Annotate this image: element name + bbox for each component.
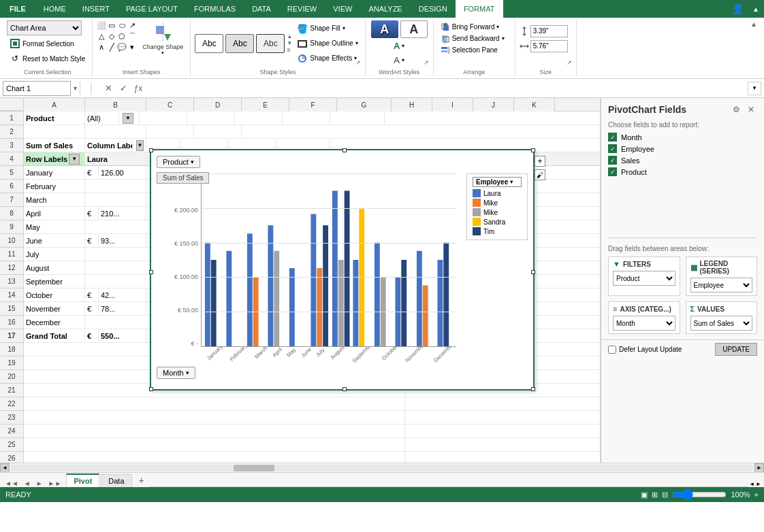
col-header-h[interactable]: H [392, 98, 432, 112]
defer-checkbox[interactable] [608, 346, 616, 354]
cell-a9[interactable]: May [24, 220, 85, 233]
cell-a8[interactable]: April [24, 207, 85, 220]
sheet-first-btn[interactable]: ◄◄ [3, 480, 20, 487]
legend-dropdown[interactable]: Employee [690, 278, 753, 293]
cancel-formula-btn[interactable]: ✕ [102, 82, 114, 95]
width-input[interactable]: 5.76" [530, 40, 568, 52]
row-header-3[interactable]: 3 [0, 139, 23, 152]
sheet-tab-add-btn[interactable]: + [133, 473, 150, 487]
product-filter-btn[interactable]: Product [157, 156, 200, 168]
shape-line-icon[interactable]: ⬜ [97, 20, 106, 30]
change-shape-btn[interactable]: Change Shape ▾ [140, 20, 186, 57]
formula-name-box[interactable] [3, 81, 71, 96]
cell-b3-dropdown[interactable]: ▼ [133, 139, 146, 152]
row-header-12[interactable]: 12 [0, 261, 23, 275]
cell-a17[interactable]: Grand Total [24, 329, 85, 342]
row-header-9[interactable]: 9 [0, 220, 23, 234]
cell-b2[interactable] [85, 125, 146, 138]
tab-review[interactable]: REVIEW [279, 0, 325, 18]
col-header-j[interactable]: J [473, 98, 514, 112]
cell-b5-euro[interactable]: € [85, 166, 99, 179]
row-header-8[interactable]: 8 [0, 207, 23, 220]
cell-a11[interactable]: July [24, 248, 85, 261]
tab-insert[interactable]: INSERT [74, 0, 118, 18]
col-header-d[interactable]: D [194, 98, 242, 112]
col-header-c[interactable]: C [146, 98, 194, 112]
shape-curve-icon[interactable]: ⌒ [127, 31, 137, 41]
resize-handle-bm[interactable] [343, 387, 347, 391]
shape-more-icon[interactable]: ▾ [127, 42, 137, 52]
cell-b4[interactable]: Laura [85, 152, 146, 165]
styles-scroll-down[interactable]: ▼ [287, 40, 292, 47]
format-selection-btn[interactable]: Format Selection [7, 37, 77, 50]
tab-file[interactable]: FILE [0, 0, 35, 18]
resize-handle-ml[interactable] [149, 270, 153, 274]
pivot-checkbox-employee[interactable]: ✓ [608, 144, 617, 153]
shape-styles-dialog-launcher[interactable]: ↗ [355, 59, 364, 67]
row-header-21[interactable]: 21 [0, 384, 23, 397]
row-header-4[interactable]: 4 [0, 152, 23, 166]
cell-a3[interactable]: Sum of Sales [24, 139, 85, 152]
cell-a1[interactable]: Product [24, 112, 85, 124]
row-header-22[interactable]: 22 [0, 397, 23, 411]
cell-c1[interactable] [140, 112, 187, 124]
horizontal-scrollbar[interactable]: ◄ ► [0, 463, 764, 472]
sheet-scroll-left[interactable]: ◄ [749, 481, 754, 487]
col-header-f[interactable]: F [289, 98, 337, 112]
row-header-10[interactable]: 10 [0, 234, 23, 248]
collapse-ribbon-btn[interactable]: ▲ [750, 19, 761, 77]
shape-effects-btn[interactable]: Shape Effects ▾ [294, 52, 360, 65]
row-header-2[interactable]: 2 [0, 125, 23, 139]
pivot-gear-btn[interactable]: ⚙ [730, 103, 742, 116]
cell-b14[interactable]: 42... [99, 288, 146, 301]
row-header-16[interactable]: 16 [0, 316, 23, 329]
col-header-b[interactable]: B [85, 98, 146, 112]
formula-input[interactable] [147, 81, 745, 96]
formula-bar-expand-btn[interactable]: ▼ [748, 82, 761, 95]
resize-handle-mr[interactable] [531, 270, 535, 274]
page-break-icon[interactable]: ⊟ [662, 491, 668, 499]
cell-a6[interactable]: February [24, 180, 85, 193]
cell-a4[interactable]: Row Labels ▼ [24, 152, 85, 165]
sheet-tab-data[interactable]: Data [101, 474, 131, 487]
zoom-slider[interactable] [672, 491, 727, 498]
tab-format[interactable]: FORMAT [456, 0, 503, 18]
cell-b10[interactable]: 93... [99, 234, 146, 247]
pivot-close-btn[interactable]: ✕ [745, 103, 757, 116]
shape-connector-icon[interactable]: ╱ [107, 42, 116, 52]
row-header-19[interactable]: 19 [0, 356, 23, 370]
wordart-style-a2[interactable]: A [400, 20, 428, 38]
normal-view-icon[interactable]: ▣ [641, 491, 648, 499]
tab-design[interactable]: DESIGN [411, 0, 456, 18]
row-header-26[interactable]: 26 [0, 452, 23, 463]
cell-a2[interactable] [24, 125, 85, 138]
chart-add-btn[interactable]: + [535, 156, 545, 167]
shape-style-2[interactable]: Abc [225, 34, 254, 53]
shape-diamond-icon[interactable]: ◇ [107, 31, 116, 41]
tab-home[interactable]: HOME [35, 0, 74, 18]
resize-handle-br[interactable] [531, 387, 535, 391]
shape-callout-icon[interactable]: 💬 [117, 42, 127, 52]
values-dropdown[interactable]: Sum of Sales [690, 316, 753, 331]
cell-d1[interactable] [187, 112, 235, 124]
cell-a14[interactable]: October [24, 288, 85, 301]
col-header-g[interactable]: G [337, 98, 392, 112]
row-header-25[interactable]: 25 [0, 438, 23, 452]
cell-a13[interactable]: September [24, 275, 85, 288]
sheet-prev-btn[interactable]: ◄ [22, 480, 33, 487]
scroll-left-btn[interactable]: ◄ [0, 463, 10, 473]
resize-handle-tl[interactable] [149, 148, 153, 152]
tab-analyze[interactable]: ANALYZE [360, 0, 410, 18]
col-header-e[interactable]: E [242, 98, 289, 112]
selection-pane-btn[interactable]: Selection Pane [438, 45, 507, 56]
cell-b3[interactable]: Column Labels [85, 139, 133, 152]
styles-scroll-up[interactable]: ▲ [287, 33, 292, 40]
pivot-checkbox-product[interactable]: ✓ [608, 167, 617, 176]
pivot-checkbox-sales[interactable]: ✓ [608, 156, 617, 165]
size-dialog-launcher[interactable]: ↗ [567, 59, 575, 67]
wordart-style-a1[interactable]: A [371, 20, 398, 38]
cell-a15[interactable]: November [24, 302, 85, 315]
legend-title-btn[interactable]: Employee ▾ [473, 177, 522, 187]
row-header-23[interactable]: 23 [0, 411, 23, 425]
tab-data[interactable]: DATA [244, 0, 279, 18]
